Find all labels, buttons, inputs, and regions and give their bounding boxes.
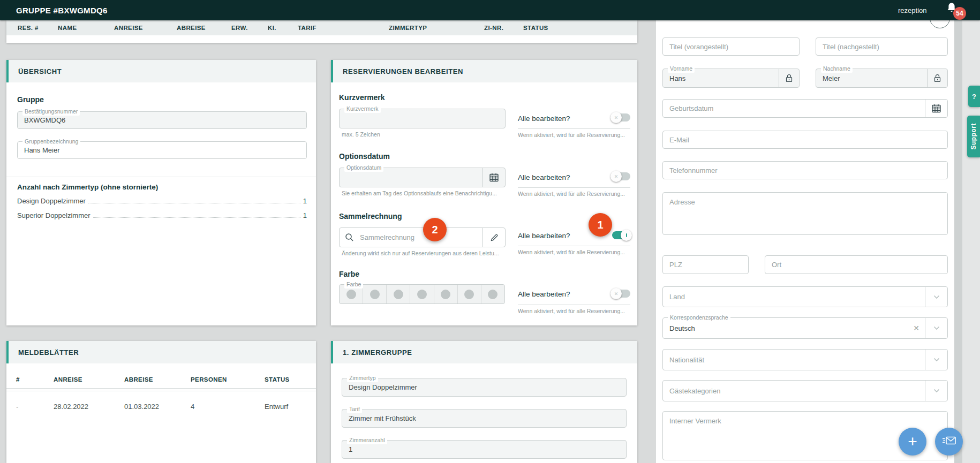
reservations-table-header: RES. #NAMEANREISEABREISEERW.KI.TARIFZIMM… [6,20,637,35]
chevron-down-icon[interactable] [925,350,947,370]
gruppenbezeichnung-label: Gruppenbezeichnung [22,138,80,146]
gruppe-heading: Gruppe [17,95,44,104]
titel-nachgestellt-field [816,37,948,56]
help-tab-label: ? [972,93,976,101]
send-email-button[interactable] [935,428,963,456]
mb-cell: Entwurf [265,403,316,411]
edit-pencil-icon[interactable] [483,228,505,247]
calendar-icon[interactable] [925,100,947,117]
res-col-abreise: ABREISE [177,25,231,31]
tarif-input[interactable] [342,409,626,427]
color-swatch-dot [488,290,497,299]
color-swatch-dot [370,290,380,299]
clear-icon[interactable]: ✕ [908,324,925,332]
color-swatch[interactable] [481,285,504,303]
zimmertyp-row-label: Superior Doppelzimmer [17,211,91,219]
farbe-alle-toggle[interactable]: ✕ [612,290,630,298]
guest-panel: Vorname Nachname K [656,20,954,463]
titel-nachgestellt-input[interactable] [816,38,947,55]
zimmertyp-input[interactable] [342,378,626,396]
nachname-label: Nachname [821,65,853,73]
user-name[interactable]: rezeption [898,6,926,14]
plz-field [662,255,749,274]
lock-icon[interactable] [779,69,799,87]
divider [6,177,316,177]
zimmertyp-row: Superior Doppelzimmer1 [17,211,307,219]
res-col-zi-nr-: ZI-NR. [484,25,523,31]
email-field [662,131,948,149]
chevron-down-icon[interactable] [925,318,947,338]
mb-col--: # [16,376,54,383]
mb-col-personen: PERSONEN [191,376,265,383]
adresse-input[interactable] [663,193,947,234]
geburtsdatum-field [662,99,948,118]
korrespondenzsprache-field: Korrespondenzsprache ✕ [662,317,948,339]
optionsdatum-heading: Optionsdatum [339,152,390,161]
gaestekategorien-input[interactable] [663,381,925,401]
color-swatch[interactable] [387,285,410,303]
meldeblaetter-table-row[interactable]: -28.02.202201.03.20224Entwurf [6,403,316,411]
divider [518,187,630,188]
divider [518,246,630,246]
divider [6,391,316,391]
alle-bearbeiten-hint: Wenn aktiviert, wird für alle Reservieru… [518,191,631,197]
dotted-leader [88,203,300,203]
mb-cell: - [16,403,54,411]
geburtsdatum-input[interactable] [663,100,925,117]
farbe-label: Farbe [344,280,363,289]
alle-bearbeiten-label: Alle bearbeiten? [518,290,570,298]
chevron-down-icon[interactable] [925,381,947,401]
ort-input[interactable] [765,256,947,274]
res-col-name: NAME [58,25,114,31]
search-icon [340,233,359,242]
help-tab[interactable]: ? [968,86,980,107]
tarif-label: Tarif [347,405,362,413]
top-bar: GRUPPE #BXWGMDQ6 rezeption 54 [0,0,980,20]
land-field [662,286,948,307]
add-button[interactable]: + [899,428,926,456]
optionsdatum-alle-toggle[interactable]: ✕ [612,172,630,180]
gruppenbezeichnung-field: Gruppenbezeichnung [17,141,307,159]
divider [518,128,630,129]
mb-col-anreise: ANREISE [54,376,124,383]
kurzvermerk-alle-toggle[interactable]: ✕ [612,113,630,122]
support-tab[interactable]: Support [967,116,980,157]
res-col-erw-: ERW. [231,25,268,31]
divider [6,388,316,389]
zimmertyp-row-value: 1 [303,197,307,205]
res-col-ki-: KI. [268,25,298,31]
reservations-table-body [6,35,637,43]
mb-col-status: STATUS [265,376,316,383]
res-col-res-: RES. # [18,25,58,31]
land-input[interactable] [663,287,925,307]
reservations-table: RES. #NAMEANREISEABREISEERW.KI.TARIFZIMM… [6,20,637,43]
color-swatch[interactable] [410,285,434,303]
lock-icon[interactable] [927,69,947,87]
email-input[interactable] [663,131,947,148]
res-col-anreise: ANREISE [114,25,177,31]
vorname-field: Vorname [662,69,800,88]
color-swatch[interactable] [458,285,481,303]
bestaetigungsnummer-field: Bestätigungsnummer [17,111,307,129]
plz-input[interactable] [663,256,748,274]
color-swatch[interactable] [363,285,387,303]
sammelrechnung-input[interactable] [359,228,483,247]
nationalitaet-input[interactable] [663,350,925,370]
telefonnummer-input[interactable] [663,162,947,179]
calendar-icon[interactable] [483,168,505,187]
zimmertyp-row-label: Design Doppelzimmer [17,197,86,205]
chevron-down-icon[interactable] [925,287,947,307]
color-swatch-dot [441,290,450,299]
telefonnummer-field [662,161,948,179]
scrollbar-track[interactable] [954,20,962,463]
res-col-zimmertyp: ZIMMERTYP [389,25,484,31]
color-swatch[interactable] [434,285,458,303]
annotation-step-1: 1 [589,213,612,237]
alle-bearbeiten-hint: Wenn aktiviert, wird für alle Reservieru… [518,249,631,255]
titel-vorangestellt-input[interactable] [663,38,799,55]
sammelrechnung-alle-toggle[interactable]: ✕ [612,231,630,239]
titel-vorangestellt-field [662,37,800,56]
vorname-label: Vorname [668,65,695,73]
color-swatch-dot [417,290,427,299]
notification-badge[interactable]: 54 [953,7,966,20]
